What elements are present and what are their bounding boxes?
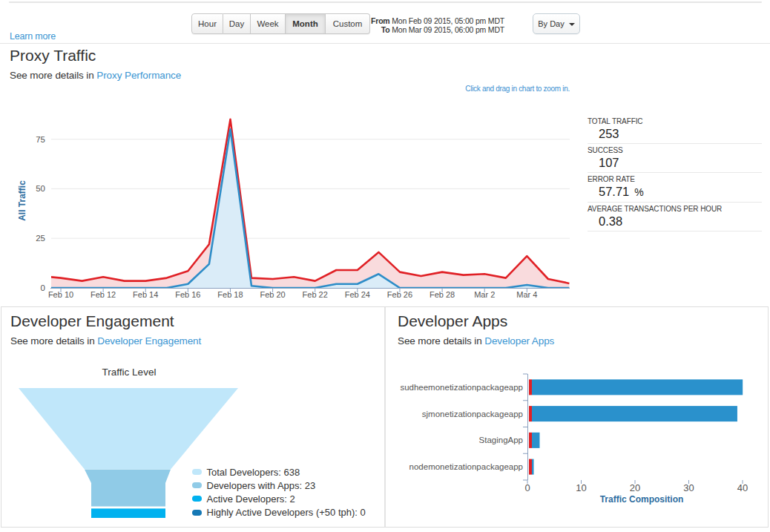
chart-zoom-hint: Click and drag in chart to zoom in.: [465, 85, 570, 93]
x-tick-label: Mar 2: [474, 290, 495, 299]
stat-label: SUCCESS: [588, 146, 762, 155]
stat-total-traffic: TOTAL TRAFFIC253: [588, 115, 762, 144]
bar-errors-nodemonetizationpackageapp: [529, 459, 532, 475]
learn-more-link[interactable]: Learn more: [10, 31, 56, 42]
x-tick-label: Feb 28: [430, 290, 455, 299]
stat-label: TOTAL TRAFFIC: [588, 117, 762, 126]
legend-swatch: [192, 510, 202, 516]
x-tick-label: 10: [576, 482, 586, 493]
subtitle-prefix: See more details in: [10, 70, 96, 81]
range-button-hour[interactable]: Hour: [191, 13, 223, 34]
legend-swatch: [192, 469, 202, 475]
y-tick-label: 0: [41, 283, 45, 292]
range-button-day[interactable]: Day: [223, 13, 251, 34]
funnel-legend: Total Developers: 638Developers with App…: [192, 465, 366, 519]
legend-label: Total Developers: 638: [207, 467, 300, 478]
legend-swatch: [192, 496, 202, 502]
success-area: [39, 129, 569, 288]
legend-label: Active Developers: 2: [207, 493, 295, 505]
x-tick-label: Feb 18: [217, 290, 243, 299]
x-tick-label: Mar 4: [516, 290, 537, 299]
bar-traffic-nodemonetizationpackageapp: [532, 459, 534, 475]
traffic-stats-panel: TOTAL TRAFFIC253SUCCESS107ERROR RATE57.7…: [588, 115, 762, 231]
range-button-custom[interactable]: Custom: [326, 13, 370, 34]
date-from-label: From: [371, 16, 389, 25]
bar-category-label: nodemonetizationpackageapp: [409, 462, 523, 471]
range-button-month[interactable]: Month: [286, 13, 326, 34]
x-tick-label: 20: [630, 482, 640, 493]
legend-item-highly-active-developers-50-tph: Highly Active Developers (+50 tph): 0: [192, 506, 366, 519]
date-to-label: To: [381, 25, 390, 34]
header-divider: [0, 43, 770, 44]
range-button-week[interactable]: Week: [251, 13, 286, 34]
legend-label: Highly Active Developers (+50 tph): 0: [207, 507, 366, 518]
group-by-label: By Day: [538, 19, 564, 28]
bar-category-label: sjmonetizationpackageapp: [422, 410, 523, 418]
x-tick-label: Feb 24: [345, 290, 370, 299]
x-axis-title: Traffic Composition: [600, 494, 684, 505]
stat-value: 0.38: [588, 214, 762, 228]
bar-errors-sudheemonetizationpackageapp: [529, 379, 532, 395]
date-to: To Mon Mar 09 2015, 06:00 pm MDT: [371, 25, 504, 34]
date-to-value: Mon Mar 09 2015, 06:00 pm MDT: [392, 25, 504, 34]
x-tick-label: Feb 14: [133, 290, 158, 299]
dashboard-page: Learn more HourDayWeekMonthCustom From M…: [0, 0, 770, 532]
stat-value: 57.71 %: [588, 185, 762, 199]
date-range-text: From Mon Feb 09 2015, 05:00 pm MDT To Mo…: [371, 16, 504, 35]
funnel-segment-developers-with-apps: [85, 470, 171, 507]
legend-label: Developers with Apps: 23: [207, 480, 316, 491]
bar-traffic-sjmonetizationpackageapp: [532, 406, 737, 421]
y-axis-title: All Traffic: [17, 180, 27, 221]
y-tick-label: 75: [36, 135, 45, 144]
proxy-traffic-subtitle: See more details in Proxy Performance: [10, 70, 181, 81]
stat-label: AVERAGE TRANSACTIONS PER HOUR: [588, 205, 762, 214]
bar-category-label: sudheemonetizationpackageapp: [400, 383, 523, 392]
proxy-traffic-title: Proxy Traffic: [10, 46, 96, 65]
x-tick-label: 30: [683, 482, 694, 493]
stat-average-transactions-per-hour: AVERAGE TRANSACTIONS PER HOUR0.38: [588, 203, 762, 231]
date-from: From Mon Feb 09 2015, 05:00 pm MDT: [371, 16, 504, 25]
legend-swatch: [192, 482, 202, 488]
x-tick-label: 40: [737, 482, 748, 493]
time-range-button-group: HourDayWeekMonthCustom: [191, 13, 370, 34]
stat-error-rate: ERROR RATE57.71 %: [588, 173, 762, 203]
top-divider: [9, 1, 762, 3]
legend-item-total-developers: Total Developers: 638: [192, 465, 366, 479]
proxy-traffic-chart[interactable]: 0255075All TrafficFeb 10Feb 12Feb 14Feb …: [0, 104, 586, 304]
funnel-segment-total-developers: [19, 388, 238, 469]
stat-success: SUCCESS107: [588, 144, 762, 173]
x-tick-label: Feb 26: [387, 290, 412, 299]
bar-errors-stagingapp: [529, 433, 532, 448]
success-line: [39, 129, 569, 288]
stat-value: 107: [588, 156, 762, 169]
x-tick-label: Feb 22: [303, 290, 328, 299]
chevron-down-icon: [569, 23, 575, 26]
bar-traffic-stagingapp: [532, 433, 540, 448]
total-traffic-area: [39, 119, 569, 288]
y-tick-label: 50: [36, 184, 45, 193]
bar-category-label: StagingApp: [479, 436, 523, 444]
proxy-performance-link[interactable]: Proxy Performance: [96, 70, 181, 81]
date-from-value: Mon Feb 09 2015, 05:00 pm MDT: [392, 16, 504, 25]
stat-value: 253: [588, 127, 762, 140]
funnel-segment-active-developers: [91, 508, 165, 518]
x-tick-label: Feb 10: [48, 290, 73, 299]
x-tick-label: Feb 20: [260, 290, 285, 299]
legend-item-active-developers: Active Developers: 2: [192, 492, 366, 505]
y-tick-label: 25: [36, 234, 45, 243]
x-tick-label: 0: [524, 482, 530, 493]
group-by-dropdown-button[interactable]: By Day: [533, 13, 580, 34]
total-traffic-line: [39, 119, 569, 283]
x-tick-label: Feb 12: [91, 290, 116, 299]
legend-item-developers-with-apps: Developers with Apps: 23: [192, 479, 366, 492]
developer-apps-chart[interactable]: sudheemonetizationpackageappsjmonetizati…: [386, 307, 770, 528]
bar-errors-sjmonetizationpackageapp: [529, 406, 532, 421]
x-tick-label: Feb 16: [175, 290, 200, 299]
bar-traffic-sudheemonetizationpackageapp: [532, 379, 743, 395]
stat-label: ERROR RATE: [588, 175, 762, 184]
